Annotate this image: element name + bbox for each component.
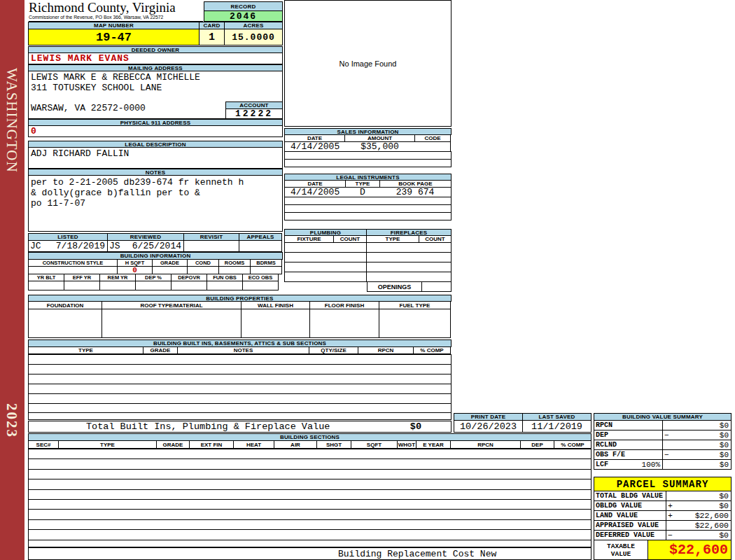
taxable-label-line2: VALUE [611,550,631,558]
ps-label: OBLDG VALUE [594,500,666,511]
ps-label: APPRAISED VALUE [594,520,666,531]
ps-value: +$0 [666,500,732,511]
ps-label: DEFERRED VALUE [594,530,666,540]
sales-row-amount: $35,000 [344,141,415,152]
remyr-value [99,281,136,290]
property-record-card: WASHINGTON 2023 Richmond County, Virgini… [0,0,735,560]
notes-line-1: per to 2-21-2005 db239-674 fr kenneth h [31,177,244,188]
total-built-ins-row: Total Built Ins, Plumbing & Fireplace Va… [28,421,451,433]
listed-date: 7/18/2019 [56,241,105,251]
instrument-row-date: 4/14/2005 [284,187,346,197]
bs-whgt-header: WHGT [397,440,416,449]
ps-value: $22,600 [666,520,732,531]
ps-label: LAND VALUE [594,510,666,521]
plumbing-fireplaces-block: PLUMBING FIREPLACES FIXTURE COUNT TYPE C… [284,229,451,292]
bvs-amount: $0 [720,421,729,430]
bs-heat-header: HEAT [233,440,274,449]
acres-value: 15.0000 [224,29,283,46]
bs-type-header: TYPE [58,440,157,449]
deppct-value [135,281,172,290]
fuel-type-value [379,309,451,338]
bvs-op: − [664,431,669,440]
commissioner-line: Commissioner of the Revenue, PO Box 366,… [29,15,203,20]
card-value: 1 [199,29,225,46]
replacement-cost-row: Building Replacement Cost New [28,547,592,560]
ps-value: $0 [666,491,732,501]
ps-amount: $22,600 [695,511,729,520]
notes-line-3: po 11-7-07 [31,198,244,209]
ps-amount: $0 [719,491,729,500]
bvs-amount: $0 [720,451,729,459]
sales-row-date: 4/14/2005 [284,141,345,152]
notes-line-2: & dolly(grace b)fallin per to & [31,188,244,198]
ps-op: − [668,531,673,540]
bvs-value: $0 [662,459,732,470]
map-number-value: 19-47 [28,29,200,46]
listed-value: JC 7/18/2019 [28,240,108,252]
map-card-acres: MAP NUMBER CARD ACRES 19-47 1 15.0000 [28,22,283,46]
bvs-label: OBS F/E [594,449,663,460]
bvs-label-text: RCLND [596,441,617,449]
bs-sqft-header: SQFT [351,440,398,449]
property-image-panel: No Image Found [284,0,451,127]
bvs-pct: 100% [642,461,660,469]
total-built-ins-value: $0 [410,421,421,432]
record-box: RECORD 2046 [204,1,283,22]
instrument-row-bookpage: 239 674 [379,187,451,197]
ps-amount: $0 [719,501,729,510]
bs-dep-header: DEP [520,440,554,449]
bvs-value: $0 [662,440,732,450]
account-box: ACCOUNT 12222 [225,102,283,119]
sidebar-band: WASHINGTON 2023 [0,0,24,560]
depovr-value [171,281,207,290]
building-sections-row [28,509,592,519]
account-value: 12222 [225,108,283,119]
bvs-label: RCLND [594,440,663,450]
listed-by: JC [30,241,41,251]
sales-row-code [414,141,451,152]
built-ins-row [28,364,451,374]
legal-instruments-block: LEGAL INSTRUMENTS DATE TYPE BOOK PAGE 4/… [284,174,451,220]
bs-sec-header: SEC# [28,440,59,449]
bi-type-header: TYPE [28,346,144,354]
ps-amount: $22,600 [695,521,729,530]
taxable-label-line1: TAXABLE [607,542,635,550]
building-sections-row [28,499,592,510]
replacement-cost-label: Building Replacement Cost New [338,549,496,559]
building-value-summary-block: BUILDING VALUE SUMMARY RPCN $0 DEP −$0 R… [594,413,732,470]
reviewed-value: JS 6/25/2014 [107,240,184,252]
last-saved-value: 11/1/2019 [522,420,592,433]
reviewed-by: JS [109,241,120,251]
deeded-owner-value: LEWIS MARK EVANS [28,52,283,64]
fireplaces-row [366,252,451,262]
sidebar-year-label: 2023 [3,403,20,438]
built-ins-row [28,374,451,384]
building-sections-row [28,489,592,500]
bvs-op: − [664,451,669,459]
bs-eyear-header: E YEAR [416,440,451,449]
instrument-row-type: D [345,187,380,197]
review-block: LISTED REVIEWED REVISIT APPEALS JC 7/18/… [28,233,283,252]
physical-address-value: 0 [28,125,283,137]
plumbing-row [284,262,367,272]
fireplaces-row [366,242,451,253]
fireplaces-row [366,262,451,272]
revisit-value [183,240,239,252]
ps-value: −$0 [666,530,732,540]
legal-description-value: ADJ RICHARD FALLIN [28,147,283,169]
bvs-amount: $0 [720,461,729,469]
bi-comp-header: % COMP [413,346,451,354]
bvs-label: LCF100% [594,459,663,470]
roof-value [102,309,241,338]
total-built-ins-label: Total Built Ins, Plumbing & Fireplace Va… [86,421,330,432]
bvs-label-text: DEP [596,431,608,439]
building-info-block: BUILDING INFORMATION CONSTRUCTION STYLE … [28,252,283,290]
ps-op: + [668,501,673,510]
county-title-block: Richmond County, Virginia Commissioner o… [29,1,203,22]
bvs-label: RPCN [594,420,663,430]
funobs-value [206,281,243,290]
mailing-line-3: WARSAW, VA 22572-0000 [31,104,200,114]
bi-rpcn-header: RPCN [358,346,414,354]
bvs-value: $0 [662,420,732,430]
taxable-value-label: TAXABLE VALUE [594,540,648,560]
